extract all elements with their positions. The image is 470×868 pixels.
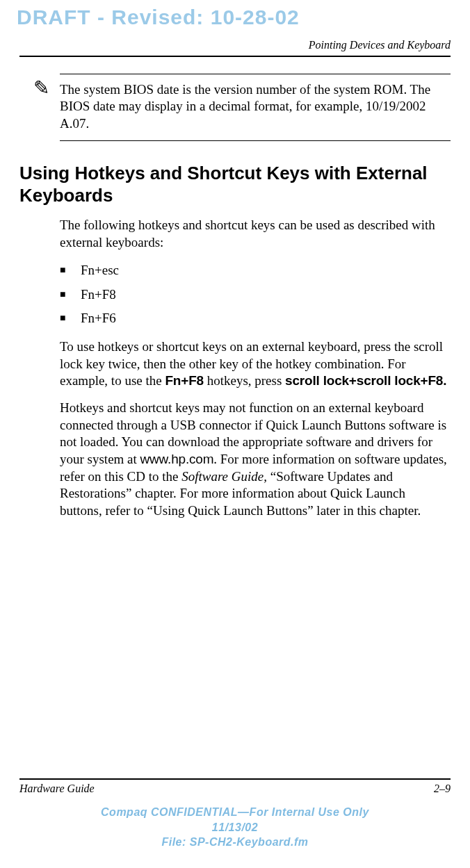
key-label: scroll lock+scroll lock+F8. (285, 373, 446, 388)
document-page: DRAFT - Revised: 10-28-02 Pointing Devic… (0, 0, 470, 868)
paragraph: Hotkeys and shortcut keys may not functi… (60, 400, 451, 520)
paragraph: To use hotkeys or shortcut keys on an ex… (60, 338, 451, 390)
confidential-date: 11/13/02 (19, 820, 451, 835)
section-heading: Using Hotkeys and Shortcut Keys with Ext… (19, 162, 451, 207)
hotkey-list: Fn+esc Fn+F8 Fn+F6 (60, 261, 451, 329)
footer-row: Hardware Guide 2–9 (19, 783, 451, 795)
pencil-icon: ✎ (33, 79, 49, 98)
footer-rule (19, 778, 451, 780)
list-item: Fn+F8 (60, 285, 451, 305)
draft-watermark: DRAFT - Revised: 10-28-02 (17, 6, 300, 29)
page-header: Pointing Devices and Keyboard (19, 39, 451, 57)
header-rule (19, 56, 451, 57)
intro-paragraph: The following hotkeys and shortcut keys … (60, 217, 451, 251)
url-text: www.hp.com (140, 452, 214, 466)
list-item: Fn+F6 (60, 309, 451, 329)
page-footer: Hardware Guide 2–9 Compaq CONFIDENTIAL—F… (19, 778, 451, 850)
list-item: Fn+esc (60, 261, 451, 281)
footer-left: Hardware Guide (19, 783, 95, 795)
italic-title: Software Guide, (181, 469, 267, 484)
confidential-block: Compaq CONFIDENTIAL—For Internal Use Onl… (19, 805, 451, 850)
running-title: Pointing Devices and Keyboard (19, 39, 451, 51)
note-block: ✎ The system BIOS date is the version nu… (60, 74, 451, 141)
confidential-line: Compaq CONFIDENTIAL—For Internal Use Onl… (19, 805, 451, 820)
note-text: The system BIOS date is the version numb… (60, 81, 451, 132)
page-number: 2–9 (434, 783, 451, 795)
text-run: hotkeys, press (204, 373, 285, 388)
page-content: ✎ The system BIOS date is the version nu… (19, 69, 451, 530)
key-label: Fn+F8 (165, 373, 203, 388)
confidential-file: File: SP-CH2-Keyboard.fm (19, 835, 451, 850)
section-body: The following hotkeys and shortcut keys … (60, 217, 451, 520)
